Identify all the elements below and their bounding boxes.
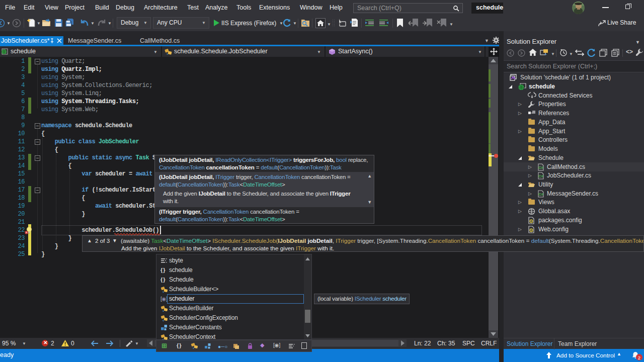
svg-text:C#: C# xyxy=(538,174,544,178)
svg-text:C#: C# xyxy=(538,192,544,197)
svg-text:C#: C# xyxy=(538,165,544,170)
